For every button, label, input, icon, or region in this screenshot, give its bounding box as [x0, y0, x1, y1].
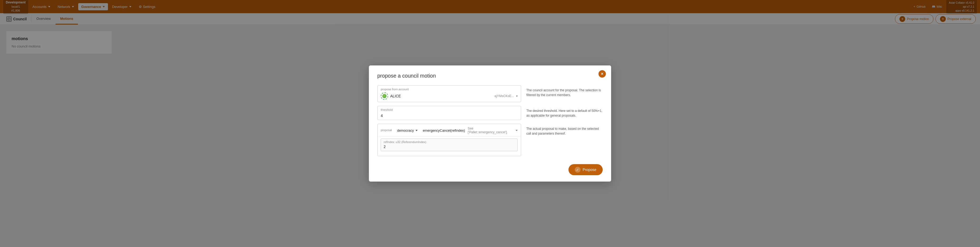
modal-overlay: propose a council motion × propose from …: [0, 0, 980, 60]
